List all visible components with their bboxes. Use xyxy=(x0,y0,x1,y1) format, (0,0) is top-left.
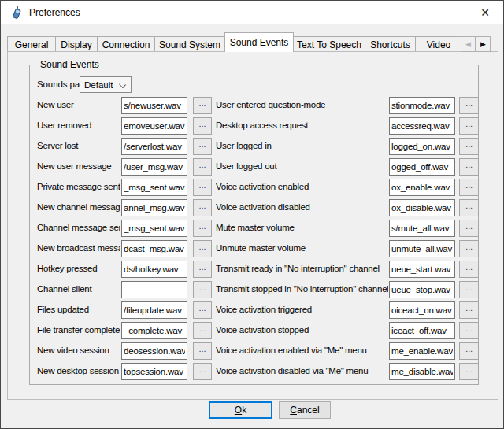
sound-event-row: New channel message ... Voice activation… xyxy=(30,199,478,220)
event-label: Voice activation disabled via "Me" menu xyxy=(216,366,388,375)
sound-file-input[interactable] xyxy=(121,301,187,319)
sound-event-rows: New user ... User entered question-mode … xyxy=(30,97,478,383)
event-label: Server lost xyxy=(37,141,120,150)
browse-button[interactable]: ... xyxy=(459,220,479,237)
tab-sound-events[interactable]: Sound Events xyxy=(224,32,294,52)
browse-button[interactable]: ... xyxy=(193,261,212,278)
sound-file-input[interactable] xyxy=(121,179,187,196)
event-label: Voice activation disabled xyxy=(216,202,388,212)
preferences-dialog: Preferences ✕ GeneralDisplayConnectionSo… xyxy=(0,0,504,429)
browse-button[interactable]: ... xyxy=(459,117,479,135)
sound-file-input[interactable] xyxy=(389,281,455,298)
tab-general[interactable]: General xyxy=(7,36,56,52)
browse-button[interactable]: ... xyxy=(459,240,479,257)
sound-file-input[interactable] xyxy=(121,117,187,135)
browse-button[interactable]: ... xyxy=(193,117,212,135)
tab-connection[interactable]: Connection xyxy=(97,36,155,52)
sound-file-input[interactable] xyxy=(121,138,187,155)
sound-events-groupbox: Sound Events Sounds pack Default New use… xyxy=(29,65,479,385)
browse-button[interactable]: ... xyxy=(459,322,479,339)
browse-button[interactable]: ... xyxy=(459,138,479,155)
sound-file-input[interactable] xyxy=(389,363,455,380)
browse-button[interactable]: ... xyxy=(193,179,212,196)
sound-event-row: Files updated ... Voice activation trigg… xyxy=(30,301,478,322)
close-icon[interactable]: ✕ xyxy=(472,2,498,23)
sounds-pack-row: Sounds pack Default xyxy=(30,76,478,93)
sound-file-input[interactable] xyxy=(389,199,455,216)
browse-button[interactable]: ... xyxy=(193,199,212,216)
event-label: Desktop access request xyxy=(216,120,388,130)
browse-button[interactable]: ... xyxy=(193,322,212,339)
sound-file-input[interactable] xyxy=(389,342,455,360)
browse-button[interactable]: ... xyxy=(193,342,212,360)
browse-button[interactable]: ... xyxy=(459,261,479,278)
browse-button[interactable]: ... xyxy=(459,281,479,298)
event-label: Voice activation enabled xyxy=(216,182,388,191)
browse-button[interactable]: ... xyxy=(459,301,479,319)
sound-event-row: Channel silent ... Transmit stopped in "… xyxy=(30,281,478,301)
sound-file-input[interactable] xyxy=(389,117,455,135)
browse-button[interactable]: ... xyxy=(459,363,479,380)
sound-file-input[interactable] xyxy=(121,363,187,380)
browse-button[interactable]: ... xyxy=(459,199,479,216)
event-label: New desktop session xyxy=(37,366,120,375)
tab-text-to-speech[interactable]: Text To Speech xyxy=(293,36,365,52)
cancel-button[interactable]: Cancel xyxy=(279,401,331,419)
browse-button[interactable]: ... xyxy=(459,179,479,196)
browse-button[interactable]: ... xyxy=(193,281,212,298)
browse-button[interactable]: ... xyxy=(459,158,479,176)
sound-file-input[interactable] xyxy=(121,281,187,298)
browse-button[interactable]: ... xyxy=(193,363,212,380)
sound-file-input[interactable] xyxy=(389,179,455,196)
tab-scroll-left-icon[interactable]: ◀ xyxy=(461,36,476,52)
sound-file-input[interactable] xyxy=(121,220,187,237)
sound-file-input[interactable] xyxy=(389,322,455,339)
ok-button[interactable]: Ok xyxy=(209,401,272,419)
event-label: File transfer complete xyxy=(37,325,120,335)
browse-button[interactable]: ... xyxy=(193,301,212,319)
sound-file-input[interactable] xyxy=(389,301,455,319)
event-label: User logged out xyxy=(216,161,388,171)
event-label: New user message xyxy=(37,161,120,171)
event-label: User entered question-mode xyxy=(216,100,388,109)
tab-shortcuts[interactable]: Shortcuts xyxy=(365,36,416,52)
sound-event-row: Server lost ... User logged in ... xyxy=(30,138,478,158)
event-label: Private message sent xyxy=(37,182,120,191)
sound-file-input[interactable] xyxy=(121,97,187,114)
sound-file-input[interactable] xyxy=(121,342,187,360)
event-label: Hotkey pressed xyxy=(37,264,120,273)
sound-file-input[interactable] xyxy=(389,220,455,237)
browse-button[interactable]: ... xyxy=(193,97,212,114)
tab-video[interactable]: Video xyxy=(415,36,461,52)
sound-file-input[interactable] xyxy=(121,199,187,216)
sound-file-input[interactable] xyxy=(389,97,455,114)
event-label: New broadcast message xyxy=(37,243,120,253)
browse-button[interactable]: ... xyxy=(459,97,479,114)
sound-event-row: Channel message sent ... Mute master vol… xyxy=(30,220,478,240)
event-label: New video session xyxy=(37,346,120,355)
browse-button[interactable]: ... xyxy=(459,342,479,360)
event-label: Voice activation enabled via "Me" menu xyxy=(216,346,388,355)
tab-display[interactable]: Display xyxy=(55,36,98,52)
tab-sound-system[interactable]: Sound System xyxy=(154,36,225,52)
browse-button[interactable]: ... xyxy=(193,138,212,155)
sounds-pack-select[interactable]: Default xyxy=(80,76,132,93)
sound-event-row: New video session ... Voice activation e… xyxy=(30,342,478,363)
sound-file-input[interactable] xyxy=(389,240,455,257)
tab-scroll-right-icon[interactable]: ▶ xyxy=(476,36,491,52)
sound-file-input[interactable] xyxy=(121,322,187,339)
sound-file-input[interactable] xyxy=(121,158,187,176)
event-label: New user xyxy=(37,100,120,109)
event-label: User removed xyxy=(37,120,120,130)
sound-file-input[interactable] xyxy=(389,261,455,278)
sound-file-input[interactable] xyxy=(121,240,187,257)
sound-file-input[interactable] xyxy=(389,138,455,155)
browse-button[interactable]: ... xyxy=(193,240,212,257)
event-label: Transmit ready in "No interruption" chan… xyxy=(216,264,388,273)
browse-button[interactable]: ... xyxy=(193,220,212,237)
browse-button[interactable]: ... xyxy=(193,158,212,176)
sound-event-row: New desktop session ... Voice activation… xyxy=(30,363,478,383)
event-label: Transmit stopped in "No interruption" ch… xyxy=(216,284,388,294)
sound-file-input[interactable] xyxy=(389,158,455,176)
sound-file-input[interactable] xyxy=(121,261,187,278)
